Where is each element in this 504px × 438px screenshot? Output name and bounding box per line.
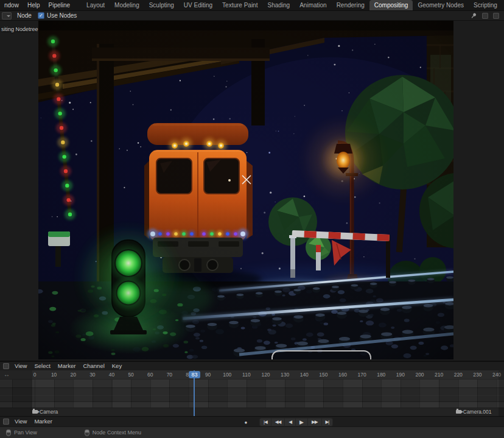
mouse-icon <box>85 429 89 436</box>
tab-layout[interactable]: Layout <box>82 0 110 10</box>
topbar-menus: ndowHelpPipeline <box>0 0 74 10</box>
render-backdrop <box>38 21 453 359</box>
frame-tick-10: 10 <box>51 372 57 378</box>
workspace-tabs: LayoutModelingSculptingUV EditingTexture… <box>82 0 504 10</box>
playback-menu-view[interactable]: View <box>11 417 30 426</box>
timeline-editor-type-icon[interactable] <box>3 363 9 369</box>
pin-icon[interactable] <box>470 12 477 19</box>
tab-modeling[interactable]: Modeling <box>110 0 144 10</box>
options-icon[interactable] <box>493 13 499 19</box>
menu-help[interactable]: Help <box>23 0 44 10</box>
frame-tick-140: 140 <box>300 372 309 378</box>
menu-pipeline[interactable]: Pipeline <box>44 0 74 10</box>
use-nodes-label: Use Nodes <box>47 12 77 19</box>
timeline-body: ↔ 01020304050607080901001101201301401501… <box>0 370 504 416</box>
timeline-menus: ViewSelectMarkerChannelKey <box>11 362 125 370</box>
play-reverse-button[interactable]: ◀ <box>285 418 296 426</box>
channel-band <box>0 387 504 402</box>
frame-tick-240: 240 <box>492 372 501 378</box>
previous-keyframe-button[interactable]: ◀◀ <box>271 418 285 426</box>
status-hint-label: Pan View <box>14 429 37 436</box>
timeline-header: ViewSelectMarkerChannelKey <box>0 361 504 370</box>
tab-uv-editing[interactable]: UV Editing <box>179 0 217 10</box>
timeline-tracks[interactable]: CameraCamera.001 <box>0 380 504 416</box>
playback-buttons: |◀◀◀◀▶▶▶▶| <box>259 418 333 426</box>
menu-ndow[interactable]: ndow <box>0 0 23 10</box>
marker-label: Camera <box>40 409 58 415</box>
frame-tick-150: 150 <box>319 372 327 378</box>
frame-tick-90: 90 <box>205 372 211 378</box>
frame-tick-130: 130 <box>281 372 289 378</box>
timeline-marker-camera-001[interactable]: Camera.001 <box>456 409 492 415</box>
frame-tick-220: 220 <box>454 372 463 378</box>
tab-compositing[interactable]: Compositing <box>369 0 413 10</box>
status-hint-pan-view: Pan View <box>6 429 37 436</box>
frame-tick-190: 190 <box>396 372 405 378</box>
tab-geometry-nodes[interactable]: Geometry Nodes <box>413 0 469 10</box>
frame-tick-160: 160 <box>338 372 347 378</box>
frame-tick-20: 20 <box>71 372 76 378</box>
play-button[interactable]: ▶ <box>296 418 308 426</box>
current-frame-label: 83 <box>189 371 200 378</box>
frame-tick-40: 40 <box>109 372 114 378</box>
use-nodes-checkbox[interactable]: ✓ Use Nodes <box>38 12 77 19</box>
playback-menu-marker[interactable]: Marker <box>30 417 56 426</box>
camera-marker-icon <box>456 410 461 414</box>
playback-menus: ViewMarker <box>11 417 56 426</box>
editor-type-icon[interactable] <box>2 12 12 19</box>
mouse-icon <box>6 429 11 436</box>
timeline-marker-camera[interactable]: Camera <box>32 409 58 415</box>
next-keyframe-button[interactable]: ▶▶ <box>308 418 322 426</box>
compositor-node-area[interactable]: siting Nodetree <box>0 21 504 361</box>
checkbox-check-icon: ✓ <box>38 12 44 19</box>
dopesheet-editor-type-icon[interactable] <box>3 419 9 425</box>
frame-tick-50: 50 <box>128 372 133 378</box>
frame-tick-110: 110 <box>242 372 251 378</box>
frame-tick-180: 180 <box>377 372 385 378</box>
status-hint-label: Node Context Menu <box>93 429 141 436</box>
tab-sculpting[interactable]: Sculpting <box>144 0 179 10</box>
frame-tick-200: 200 <box>415 372 424 378</box>
overlay-icon[interactable] <box>482 13 488 19</box>
transport-controls: ●|◀◀◀◀▶▶▶▶| <box>241 418 333 426</box>
node-editor-header: Node ✓ Use Nodes <box>0 11 504 21</box>
frame-tick-230: 230 <box>473 372 481 378</box>
render-backdrop-image <box>38 21 453 359</box>
frame-tick-100: 100 <box>223 372 231 378</box>
status-hint-node-context-menu: Node Context Menu <box>85 429 141 436</box>
timeline-menu-select[interactable]: Select <box>30 362 54 370</box>
tab-scripting[interactable]: Scripting <box>469 0 502 10</box>
tab-texture-paint[interactable]: Texture Paint <box>217 0 262 10</box>
nodetree-name: siting Nodetree <box>1 26 38 32</box>
node-menu[interactable]: Node <box>13 11 35 20</box>
camera-marker-icon <box>32 410 38 414</box>
jump-to-end-button[interactable]: ▶| <box>322 418 334 426</box>
record-button[interactable]: ● <box>241 419 251 426</box>
frame-tick-30: 30 <box>89 372 95 378</box>
tab-shading[interactable]: Shading <box>262 0 295 10</box>
frame-tick-170: 170 <box>358 372 366 378</box>
header-right-icons <box>470 11 499 21</box>
playhead[interactable]: 83 <box>194 370 195 416</box>
arrows-horizontal-icon: ↔ <box>4 371 10 378</box>
marker-label: Camera.001 <box>463 409 492 415</box>
tab-rendering[interactable]: Rendering <box>332 0 369 10</box>
timeline-menu-key[interactable]: Key <box>108 362 125 370</box>
topbar: ndowHelpPipeline LayoutModelingSculpting… <box>0 0 504 11</box>
frame-tick-210: 210 <box>435 372 443 378</box>
timeline-menu-marker[interactable]: Marker <box>54 362 80 370</box>
timeline-menu-view[interactable]: View <box>11 362 30 370</box>
marker-row[interactable] <box>0 408 504 416</box>
frame-tick-120: 120 <box>261 372 270 378</box>
frame-tick-0: 0 <box>33 372 37 378</box>
timeline-menu-channel[interactable]: Channel <box>79 362 108 370</box>
frame-tick-60: 60 <box>147 372 153 378</box>
jump-to-start-button[interactable]: |◀ <box>259 418 271 426</box>
playback-header: ViewMarker ●|◀◀◀◀▶▶▶▶| <box>0 416 504 426</box>
frame-tick-70: 70 <box>167 372 172 378</box>
statusbar: Pan ViewNode Context Menu <box>0 426 504 438</box>
tab-animation[interactable]: Animation <box>295 0 331 10</box>
frame-ruler[interactable]: ↔ 01020304050607080901001101201301401501… <box>0 370 504 380</box>
blender-window: ndowHelpPipeline LayoutModelingSculpting… <box>0 0 504 438</box>
